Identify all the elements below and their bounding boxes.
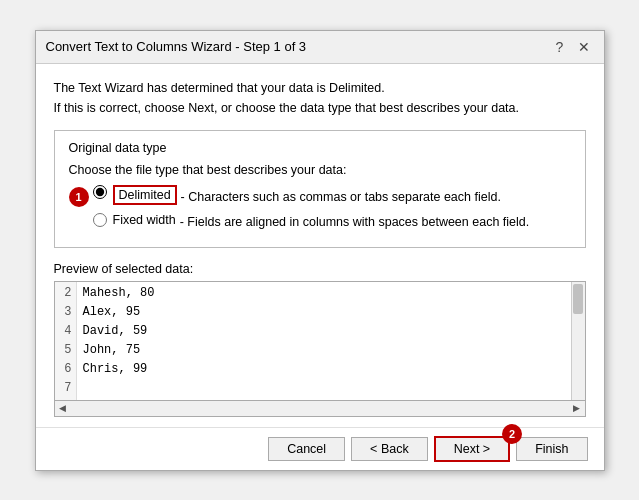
group-title: Original data type xyxy=(69,141,571,155)
next-button-wrapper: Next > 2 xyxy=(434,436,510,462)
title-bar: Convert Text to Columns Wizard - Step 1 … xyxy=(36,31,604,64)
close-button[interactable]: ✕ xyxy=(574,37,594,57)
finish-button[interactable]: Finish xyxy=(516,437,587,461)
help-button[interactable]: ? xyxy=(550,37,570,57)
description-line1: The Text Wizard has determined that your… xyxy=(54,78,586,98)
preview-container: 2 3 4 5 6 7 8 Mahesh, 80 Alex, 95 David,… xyxy=(54,281,586,417)
dialog-title: Convert Text to Columns Wizard - Step 1 … xyxy=(46,39,307,54)
preview-section: Preview of selected data: 2 3 4 5 6 7 8 … xyxy=(54,262,586,417)
delimited-desc: - Characters such as commas or tabs sepa… xyxy=(181,190,501,204)
original-data-type-group: Original data type Choose the file type … xyxy=(54,130,586,248)
fixed-radio[interactable] xyxy=(93,213,107,227)
fixed-label[interactable]: Fixed width xyxy=(93,213,176,227)
delimited-label[interactable]: Delimited xyxy=(93,185,177,205)
main-dialog: Convert Text to Columns Wizard - Step 1 … xyxy=(35,30,605,471)
preview-box[interactable]: 2 3 4 5 6 7 8 Mahesh, 80 Alex, 95 David,… xyxy=(54,281,586,401)
next-button[interactable]: Next > xyxy=(434,436,510,462)
description-line2: If this is correct, choose Next, or choo… xyxy=(54,98,586,118)
fixed-text: Fixed width xyxy=(113,213,176,227)
scroll-left-arrow[interactable]: ◀ xyxy=(55,400,71,416)
h-scroll-track xyxy=(71,401,569,416)
title-bar-controls: ? ✕ xyxy=(550,37,594,57)
delimited-radio[interactable] xyxy=(93,185,107,199)
vertical-scrollbar[interactable] xyxy=(571,282,585,400)
step1-badge: 1 xyxy=(69,187,89,207)
scroll-right-arrow[interactable]: ▶ xyxy=(569,400,585,416)
fixed-row: Fixed width - Fields are aligned in colu… xyxy=(69,213,571,231)
dialog-body: The Text Wizard has determined that your… xyxy=(36,64,604,427)
dialog-footer: Cancel < Back Next > 2 Finish xyxy=(36,427,604,470)
horizontal-scrollbar[interactable]: ◀ ▶ xyxy=(54,401,586,417)
fixed-desc: - Fields are aligned in columns with spa… xyxy=(180,215,530,229)
cancel-button[interactable]: Cancel xyxy=(268,437,345,461)
group-sublabel: Choose the file type that best describes… xyxy=(69,163,571,177)
preview-content: Mahesh, 80 Alex, 95 David, 59 John, 75 C… xyxy=(77,282,571,400)
line-numbers: 2 3 4 5 6 7 8 xyxy=(55,282,77,400)
scrollbar-thumb[interactable] xyxy=(573,284,583,314)
back-button[interactable]: < Back xyxy=(351,437,428,461)
delimited-text: Delimited xyxy=(113,185,177,205)
step2-badge: 2 xyxy=(502,424,522,444)
description-block: The Text Wizard has determined that your… xyxy=(54,78,586,118)
preview-label: Preview of selected data: xyxy=(54,262,586,276)
delimited-row: 1 Delimited - Characters such as commas … xyxy=(69,185,571,209)
